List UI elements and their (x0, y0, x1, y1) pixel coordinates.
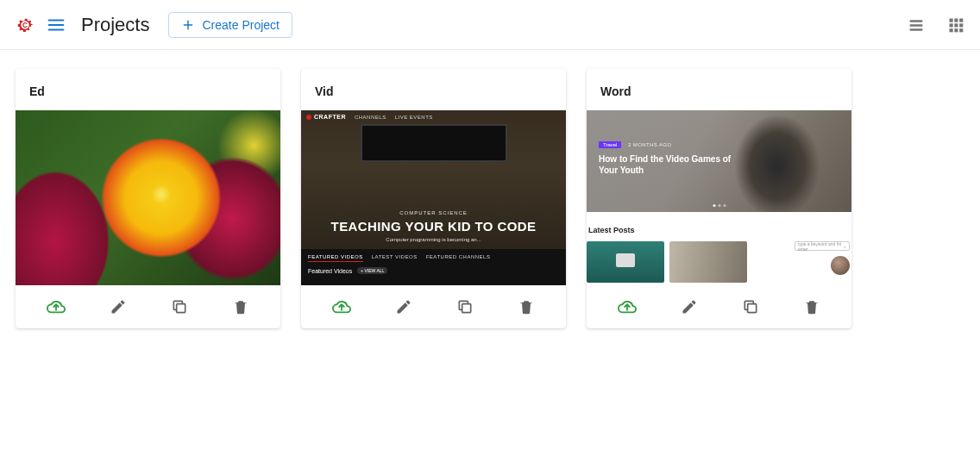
project-thumbnail: CRAFTER CHANNELS LIVE EVENTS COMPUTER SC… (301, 110, 566, 285)
preview-hero-title: How to Find the Video Games of Your Yout… (599, 153, 737, 176)
edit-icon[interactable] (110, 298, 127, 315)
svg-rect-18 (959, 28, 963, 32)
preview-avatar (831, 256, 850, 275)
preview-viewall: + VIEW ALL (357, 267, 387, 274)
preview-category: COMPUTER SCIENCE (306, 210, 561, 215)
svg-rect-16 (950, 28, 953, 32)
svg-rect-8 (910, 24, 923, 27)
grid-view-icon[interactable] (947, 16, 964, 34)
duplicate-icon[interactable] (742, 298, 759, 315)
delete-icon[interactable] (232, 298, 249, 315)
preview-tab: FEATURED VIDEOS (308, 254, 363, 262)
svg-rect-10 (950, 18, 953, 22)
project-title: Ed (16, 69, 280, 110)
delete-icon[interactable] (803, 298, 820, 315)
publish-icon[interactable] (47, 297, 66, 316)
plus-icon (181, 18, 195, 32)
preview-nav-item: CHANNELS (355, 115, 386, 120)
page-title: Projects (81, 14, 149, 36)
preview-tab: FEATURED CHANNELS (426, 254, 491, 262)
preview-badge: Travel (599, 141, 621, 148)
publish-icon[interactable] (618, 297, 637, 316)
project-thumbnail: Travel 2 MONTHS AGO How to Find the Vide… (587, 110, 851, 285)
preview-subline: Computer programming is becoming an... (306, 237, 561, 242)
preview-nav-item: LIVE EVENTS (395, 115, 433, 120)
svg-rect-12 (959, 18, 963, 22)
preview-search: type a keyword and hit enter⌕ (795, 241, 850, 251)
project-title: Word (587, 69, 851, 110)
edit-icon[interactable] (681, 298, 698, 315)
preview-post-tile (587, 241, 664, 283)
create-project-button[interactable]: Create Project (168, 12, 292, 38)
project-title: Vid (301, 69, 566, 110)
svg-rect-11 (954, 18, 958, 22)
project-thumbnail (16, 110, 280, 285)
svg-rect-17 (954, 28, 958, 32)
project-card[interactable]: Vid CRAFTER CHANNELS LIVE EVENTS COMPUTE… (301, 69, 566, 328)
svg-rect-15 (959, 23, 963, 27)
project-actions (301, 285, 566, 328)
preview-tab: LATEST VIDEOS (372, 254, 418, 262)
svg-rect-21 (748, 304, 757, 313)
delete-icon[interactable] (518, 298, 535, 315)
preview-brand: CRAFTER (314, 114, 346, 120)
project-actions (587, 285, 851, 328)
publish-icon[interactable] (332, 297, 351, 316)
svg-text:C: C (22, 22, 28, 29)
list-view-icon[interactable] (908, 16, 925, 34)
app-header: C Projects Create Project (0, 0, 980, 50)
svg-rect-19 (177, 304, 185, 313)
preview-section-title: Featured Videos (308, 268, 352, 274)
duplicate-icon[interactable] (171, 298, 188, 315)
svg-rect-20 (462, 304, 471, 313)
project-actions (16, 285, 280, 328)
project-card[interactable]: Ed (16, 69, 280, 328)
svg-rect-9 (910, 28, 923, 30)
preview-meta: 2 MONTHS AGO (628, 142, 671, 147)
preview-headline: TEACHING YOUR KID TO CODE (306, 219, 561, 234)
project-card[interactable]: Word Travel 2 MONTHS AGO How to Find the… (587, 69, 851, 328)
duplicate-icon[interactable] (456, 298, 474, 315)
preview-post-tile (669, 241, 747, 283)
preview-search-ph: type a keyword and hit enter (798, 241, 844, 252)
app-logo: C (16, 16, 35, 34)
svg-rect-7 (910, 20, 923, 22)
menu-icon[interactable] (47, 16, 66, 34)
svg-rect-14 (954, 23, 958, 27)
view-toggle (908, 16, 964, 34)
preview-section-title: Latest Posts (588, 226, 851, 234)
svg-rect-13 (950, 23, 953, 27)
projects-grid: Ed Vid CRAFTER CHANNELS LIVE (0, 50, 980, 347)
edit-icon[interactable] (395, 298, 412, 315)
create-project-label: Create Project (202, 18, 279, 32)
gear-logo-icon: C (16, 16, 35, 34)
